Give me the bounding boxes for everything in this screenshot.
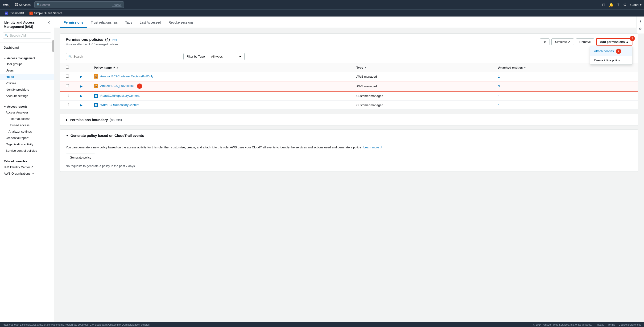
row-policy-name-read: 📄 ReadECRRepositoryContent: [88, 91, 351, 101]
settings-icon[interactable]: ⚙: [623, 3, 626, 7]
global-region-button[interactable]: Global ▾: [630, 3, 642, 7]
type-sort[interactable]: Type ▼: [356, 66, 487, 69]
refresh-icon: ↻: [543, 40, 546, 44]
refresh-button[interactable]: ↻: [540, 39, 550, 45]
sidebar-item-policies[interactable]: Policies: [0, 80, 54, 86]
global-search-bar[interactable]: 🔍 [Alt+S]: [34, 2, 124, 8]
right-info-icon[interactable]: ℹ: [638, 19, 643, 24]
th-policy-name[interactable]: Policy name ↗ ▲: [88, 63, 351, 72]
tab-revoke-sessions[interactable]: Revoke sessions: [165, 18, 197, 28]
sidebar-item-users[interactable]: Users: [0, 67, 54, 74]
row-expand-ecs[interactable]: ▶: [74, 81, 88, 91]
sidebar-item-dashboard[interactable]: Dashboard: [0, 44, 54, 51]
cookie-preferences-link[interactable]: Cookie preferences: [619, 323, 641, 326]
expand-icon-ecs[interactable]: ▶: [80, 85, 82, 88]
remove-button[interactable]: Remove: [576, 39, 594, 45]
sidebar-item-identity-providers[interactable]: Identity providers: [0, 86, 54, 93]
sidebar-close-button[interactable]: ✕: [47, 20, 50, 25]
filter-type-select-wrap[interactable]: All types AWS managed Customer managed I…: [208, 53, 245, 60]
privacy-link[interactable]: Privacy: [596, 323, 604, 326]
bell-icon[interactable]: 🔔: [609, 3, 614, 7]
filter-by-type-label: Filter by Type: [186, 55, 205, 58]
simulate-button[interactable]: Simulate ↗: [551, 39, 574, 45]
row-checkbox-write[interactable]: [60, 101, 74, 110]
sidebar-item-analyzer-settings[interactable]: Analyzer settings: [0, 128, 54, 135]
sidebar-search-wrap[interactable]: 🔍: [3, 33, 51, 39]
sidebar-section-access-management[interactable]: ▼ Access management: [0, 55, 54, 61]
th-checkbox: [60, 63, 74, 72]
row-entities-ec2: 1: [492, 72, 638, 81]
policy-link-write[interactable]: WriteECRRepositoryContent: [100, 103, 139, 107]
tab-permissions[interactable]: Permissions: [60, 18, 87, 28]
sqs-label: Simple Queue Service: [34, 12, 62, 15]
sidebar-item-org-activity[interactable]: Organization activity: [0, 141, 54, 147]
services-button[interactable]: Services: [13, 2, 32, 8]
sidebar-item-external-access[interactable]: External access: [0, 116, 54, 122]
right-settings-icon[interactable]: ⚙: [638, 26, 643, 32]
row-checkbox[interactable]: [66, 103, 69, 106]
sidebar-item-roles[interactable]: Roles: [0, 74, 54, 80]
tab-last-accessed[interactable]: Last Accessed: [136, 18, 165, 28]
sqs-tab[interactable]: S Simple Queue Service: [27, 11, 64, 16]
global-search-input[interactable]: [40, 3, 112, 7]
tab-trust-relationships[interactable]: Trust relationships: [87, 18, 122, 28]
policy-link-read[interactable]: ReadECRRepositoryContent: [100, 94, 140, 97]
permissions-boundary-header[interactable]: ▶ Permissions boundary (not set): [60, 114, 638, 126]
create-inline-item[interactable]: Create inline policy: [590, 56, 632, 64]
expand-icon-write[interactable]: ▶: [80, 103, 82, 107]
add-permissions-button[interactable]: Add permissions ▲: [596, 38, 632, 46]
filter-type-select[interactable]: All types AWS managed Customer managed I…: [210, 55, 242, 59]
sidebar-section-access-reports[interactable]: ▼ Access reports: [0, 103, 54, 109]
expand-icon[interactable]: ▶: [80, 75, 82, 78]
sidebar-item-credential-report[interactable]: Credential report: [0, 135, 54, 141]
status-url[interactable]: https://us-east-1.console.aws.amazon.com…: [3, 323, 150, 326]
row-expand-ec2[interactable]: ▶: [74, 72, 88, 81]
policy-search-input[interactable]: [73, 55, 181, 58]
info-link[interactable]: Info: [112, 38, 118, 42]
policy-icon-ecs: 📦: [94, 84, 98, 88]
filter-row: 🔍 Filter by Type All types AWS managed C…: [60, 50, 638, 63]
policy-name-sort[interactable]: Policy name ↗ ▲: [94, 66, 345, 69]
policy-link-ec2[interactable]: AmazonEC2ContainerRegistryPullOnly: [100, 75, 153, 78]
aws-logo[interactable]: aws: [2, 2, 11, 8]
generate-policy-header[interactable]: ▼ Generate policy based on CloudTrail ev…: [60, 130, 638, 141]
row-type-ecs: AWS managed: [351, 81, 492, 91]
attach-policies-item[interactable]: Attach policies 2: [590, 46, 632, 56]
sidebar-item-unused-access[interactable]: Unused access: [0, 122, 54, 128]
boundary-title: Permissions boundary: [70, 118, 108, 122]
sidebar-item-access-analyzer[interactable]: Access Analyzer: [0, 109, 54, 116]
entities-link-ecs[interactable]: 3: [498, 85, 500, 88]
row-expand-write[interactable]: ▶: [74, 101, 88, 110]
sidebar-item-user-groups[interactable]: User groups: [0, 61, 54, 67]
entities-link-read[interactable]: 1: [498, 94, 500, 98]
tab-tags[interactable]: Tags: [122, 18, 136, 28]
th-type[interactable]: Type ▼: [351, 63, 492, 72]
row-checkbox[interactable]: [66, 94, 69, 97]
row-checkbox[interactable]: [66, 75, 69, 78]
sidebar-item-iam-identity[interactable]: IAM Identity Center ↗: [0, 164, 54, 170]
sidebar-search-input[interactable]: [10, 34, 50, 37]
attached-entities-sort[interactable]: Attached entities ▼: [498, 66, 632, 69]
attached-entities-header: Attached entities: [498, 66, 523, 69]
sidebar-item-aws-orgs[interactable]: AWS Organizations ↗: [0, 170, 54, 177]
dynamodb-tab[interactable]: D DynamoDB: [2, 11, 26, 16]
help-icon[interactable]: ?: [617, 3, 620, 7]
sidebar-item-scp[interactable]: Service control policies: [0, 147, 54, 154]
row-checkbox-read[interactable]: [60, 91, 74, 101]
entities-link-write[interactable]: 1: [498, 103, 500, 107]
entities-link-ec2[interactable]: 1: [498, 75, 500, 78]
sidebar-item-account-settings[interactable]: Account settings: [0, 93, 54, 99]
learn-more-link[interactable]: Learn more ↗: [364, 146, 382, 149]
row-checkbox-ecs[interactable]: [60, 81, 74, 91]
policy-search-wrap[interactable]: 🔍: [66, 53, 184, 60]
select-all-checkbox[interactable]: [66, 66, 69, 69]
generate-policy-button[interactable]: Generate policy: [66, 154, 95, 161]
expand-icon-read[interactable]: ▶: [80, 94, 82, 98]
policy-link-ecs[interactable]: AmazonECS_FullAccess: [100, 84, 134, 88]
row-policy-name-write: 📄 WriteECRRepositoryContent: [88, 101, 351, 110]
terms-link[interactable]: Terms: [608, 323, 615, 326]
row-expand-read[interactable]: ▶: [74, 91, 88, 101]
notifications-icon[interactable]: ⊡: [602, 3, 605, 7]
row-checkbox-ec2[interactable]: [60, 72, 74, 81]
row-checkbox-ecs[interactable]: [66, 84, 69, 87]
